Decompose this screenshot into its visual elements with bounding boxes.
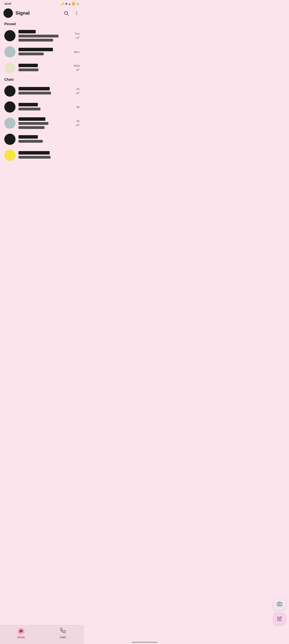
chat-message-block [18,68,38,71]
chat-item[interactable]: 3h [1,99,83,115]
app-header: Signal [0,7,84,20]
more-options-button[interactable] [73,9,80,17]
wifi-icon: ▲ [68,2,71,6]
chat-content [18,151,76,159]
chat-name-block [18,135,38,138]
chat-meta: 3h [76,120,80,127]
chat-time: Tue [75,32,80,35]
read-receipt-icon [76,68,80,72]
search-button[interactable] [62,9,70,17]
chat-meta: Mon [74,50,80,54]
chat-message-block [18,92,51,94]
dnd-icon: ⊖ [65,2,67,6]
chat-meta: Tue [75,32,80,40]
battery-icon: 🔋 [76,2,80,6]
chat-message-block [18,156,50,159]
chat-message-block [18,52,44,55]
status-icons: 🔑 ⊖ ▲ 📶 🔋 [61,2,80,6]
avatar [4,30,15,41]
pinned-chat-item[interactable]: Mon [1,44,83,60]
chat-name-block [18,30,36,33]
chat-name-block [18,117,45,121]
chat-content [18,30,72,42]
avatar [4,150,15,161]
chat-content [18,48,71,56]
avatar [4,86,15,97]
pinned-section-label: Pinned [0,20,84,27]
read-receipt-icon [76,36,80,40]
chat-item[interactable]: 3h [1,115,83,131]
chats-section-label: Chats [0,76,84,83]
chat-name-block [18,64,38,67]
chat-message-block [18,108,40,110]
chat-time: 2h [76,88,80,90]
chat-meta: Wed [74,64,80,72]
chat-content [18,64,71,72]
signal-icon: 📶 [72,2,75,6]
svg-line-1 [67,14,69,16]
svg-point-2 [76,11,77,12]
chat-time: Mon [74,50,80,54]
chat-message-block-2 [18,39,53,42]
chat-item[interactable]: 2h [1,83,83,99]
chat-message-block [18,140,43,143]
chats-list: 2h 3h [0,83,84,163]
chat-content [18,117,73,129]
chat-content [18,87,73,95]
avatar [4,118,15,129]
chat-name-block [18,151,50,154]
pinned-chat-list: Tue Mon [0,28,84,76]
chat-content [18,103,73,111]
key-icon: 🔑 [61,2,64,6]
chat-item[interactable] [1,132,83,147]
chat-name-block [18,103,38,106]
chat-message-block [18,122,48,125]
chat-item[interactable] [1,148,83,163]
chat-name-block [18,87,50,90]
status-bar: 13:47 🔑 ⊖ ▲ 📶 🔋 [0,0,84,7]
read-receipt-icon [76,92,80,95]
chat-name-block [18,48,53,51]
chat-content [18,135,76,143]
chat-time: 3h [76,106,80,109]
avatar [4,134,15,145]
avatar [4,62,15,74]
avatar [4,46,15,58]
avatar [4,102,15,112]
chat-message-block-2 [18,126,44,129]
chat-message-block [18,35,58,38]
pinned-chat-item[interactable]: Wed [1,60,83,76]
chat-meta: 3h [76,106,80,109]
status-time: 13:47 [4,2,11,6]
chat-time: 3h [76,120,80,123]
chat-time: Wed [74,64,80,67]
chat-meta: 2h [76,88,80,95]
read-receipt-icon [76,124,80,127]
svg-point-3 [76,13,77,14]
app-title: Signal [15,10,60,16]
pinned-chat-item[interactable]: Tue [1,28,83,44]
app-avatar[interactable] [3,8,13,18]
svg-point-4 [76,14,77,15]
